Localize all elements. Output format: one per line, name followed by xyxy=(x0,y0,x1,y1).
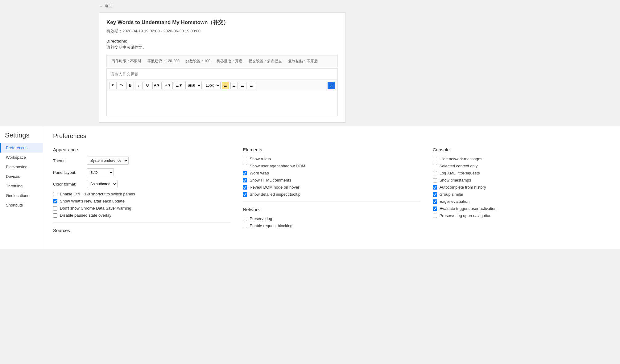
back-label: 返回 xyxy=(105,3,113,9)
checkbox-label-eager: Eager evaluation xyxy=(440,199,470,204)
back-arrow-icon: ← xyxy=(99,4,103,8)
checkbox-label-htmlcomments: Show HTML comments xyxy=(250,178,291,182)
align-left-button[interactable]: ☰ xyxy=(222,82,229,89)
color-format-select[interactable]: As authored HEX RGB HSL xyxy=(87,180,118,188)
checkbox-label-groupsimilar: Group similar xyxy=(440,192,463,197)
checkbox-label-datasaver: Don't show Chrome Data Saver warning xyxy=(60,206,131,211)
checkbox-row-rulers: Show rulers xyxy=(243,157,420,161)
sidebar-item-preferences[interactable]: Preferences xyxy=(0,143,43,153)
checkbox-paused[interactable] xyxy=(53,213,57,218)
settings-sidebar: Settings PreferencesWorkspaceBlackboxing… xyxy=(0,126,43,249)
font-color-button[interactable]: A▼ xyxy=(152,82,162,89)
checkbox-label-wordwrap: Word wrap xyxy=(250,171,269,175)
underline-button[interactable]: U xyxy=(144,82,151,89)
checkbox-groupsimilar[interactable] xyxy=(433,192,437,197)
checkbox-triggers[interactable] xyxy=(433,207,437,211)
checkbox-ctrl19[interactable] xyxy=(53,192,57,196)
meta-submit-setting: 提交设置：多次提交 xyxy=(249,59,282,64)
meta-bar: 写作时限：不限时 字数建议：120-200 分数设置：100 机器批改：开启 提… xyxy=(106,55,338,67)
checkbox-row-selectedcontext: Selected context only xyxy=(433,164,610,168)
checkbox-wordwrap[interactable] xyxy=(243,171,247,175)
checkbox-label-ctrl19: Enable Ctrl + 1-9 shortcut to switch pan… xyxy=(60,192,135,196)
appearance-section-title: Appearance xyxy=(53,147,230,152)
panel-layout-select[interactable]: auto horizontal vertical xyxy=(87,168,114,176)
settings-columns: Appearance Theme: System preference Ligh… xyxy=(53,146,610,237)
theme-row: Theme: System preference Light Dark xyxy=(53,157,230,165)
sidebar-item-blackboxing[interactable]: Blackboxing xyxy=(0,162,43,172)
italic-button[interactable]: I xyxy=(135,82,143,89)
checkbox-label-whatsnew: Show What's New after each update xyxy=(60,199,125,203)
checkbox-timestamps[interactable] xyxy=(433,178,437,182)
back-button[interactable]: ← 返回 xyxy=(99,3,620,9)
sidebar-item-throttling[interactable]: Throttling xyxy=(0,181,43,191)
checkbox-domhover[interactable] xyxy=(243,185,247,190)
fullscreen-button[interactable]: ⛶ xyxy=(328,82,335,89)
checkbox-row-autocomplete: Autocomplete from history xyxy=(433,185,610,190)
checkbox-row-wordwrap: Word wrap xyxy=(243,171,420,175)
justify-button[interactable]: ☰ xyxy=(248,82,255,89)
devtools-settings-panel: Settings PreferencesWorkspaceBlackboxing… xyxy=(0,126,620,249)
checkbox-whatsnew[interactable] xyxy=(53,199,57,203)
sidebar-item-workspace[interactable]: Workspace xyxy=(0,153,43,162)
checkbox-row-preservelog: Preserve log xyxy=(243,216,420,221)
checkbox-preservelogNav[interactable] xyxy=(433,214,437,218)
align-button[interactable]: ⇄▼ xyxy=(163,82,173,89)
bold-button[interactable]: B xyxy=(126,82,134,89)
checkbox-shadow[interactable] xyxy=(243,164,247,168)
font-size-select[interactable]: 16px xyxy=(203,82,221,89)
undo-button[interactable]: ↶ xyxy=(109,82,117,89)
appearance-column: Appearance Theme: System preference Ligh… xyxy=(53,146,230,237)
checkbox-inspecttooltip[interactable] xyxy=(243,192,247,197)
checkbox-row-shadow: Show user agent shadow DOM xyxy=(243,164,420,168)
panel-layout-row: Panel layout: auto horizontal vertical xyxy=(53,168,230,176)
checkbox-row-enableblocking: Enable request blocking xyxy=(243,223,420,228)
assignment-title: Key Words to Understand My Hometown（补交） xyxy=(106,19,338,26)
sidebar-item-shortcuts[interactable]: Shortcuts xyxy=(0,200,43,210)
editor-body[interactable] xyxy=(107,91,337,116)
theme-select[interactable]: System preference Light Dark xyxy=(87,157,129,165)
directions-label: Directions: xyxy=(106,39,127,43)
checkbox-enableblocking[interactable] xyxy=(243,224,247,228)
sidebar-item-geolocations[interactable]: Geolocations xyxy=(0,191,43,200)
meta-copy-paste: 复制粘贴：不开启 xyxy=(288,59,318,64)
sidebar-item-devices[interactable]: Devices xyxy=(0,172,43,181)
font-family-select[interactable]: arial xyxy=(185,82,202,89)
align-center-button[interactable]: ☰ xyxy=(230,82,238,89)
checkbox-datasaver[interactable] xyxy=(53,206,57,211)
checkbox-preservelog[interactable] xyxy=(243,217,247,221)
checkbox-row-datasaver: Don't show Chrome Data Saver warning xyxy=(53,206,230,211)
meta-score: 分数设置：100 xyxy=(186,59,210,64)
editor-title-input[interactable] xyxy=(107,69,337,80)
checkbox-label-timestamps: Show timestamps xyxy=(440,178,471,182)
sources-section-title: Sources xyxy=(53,228,230,233)
checkbox-htmlcomments[interactable] xyxy=(243,178,247,182)
meta-machine-review: 机器批改：开启 xyxy=(217,59,242,64)
redo-button[interactable]: ↷ xyxy=(118,82,125,89)
checkbox-row-hidenetwork: Hide network messages xyxy=(433,157,610,161)
elements-section-title: Elements xyxy=(243,147,420,152)
checkbox-row-preservelogNav: Preserve log upon navigation xyxy=(433,213,610,218)
checkbox-row-logxml: Log XMLHttpRequests xyxy=(433,171,610,175)
align-right-button[interactable]: ☰ xyxy=(239,82,246,89)
checkbox-label-rulers: Show rulers xyxy=(250,157,271,161)
checkbox-logxml[interactable] xyxy=(433,171,437,175)
console-section-title: Console xyxy=(433,147,610,152)
validity-text: 有效期：2020-04-19 19:02:00 - 2020-06-30 19:… xyxy=(106,28,338,34)
console-column: Console Hide network messagesSelected co… xyxy=(433,146,610,237)
checkbox-hidenetwork[interactable] xyxy=(433,157,437,161)
panel-layout-label: Panel layout: xyxy=(53,170,84,175)
directions-text: 请补交期中考试作文。 xyxy=(106,45,338,50)
theme-label: Theme: xyxy=(53,158,84,163)
network-section-title: Network xyxy=(243,207,420,212)
checkbox-label-paused: Disable paused state overlay xyxy=(60,213,111,218)
checkbox-label-logxml: Log XMLHttpRequests xyxy=(440,171,480,175)
checkbox-selectedcontext[interactable] xyxy=(433,164,437,168)
editor-toolbar: ↶ ↷ B I U A▼ ⇄▼ ☰▼ arial 16px ☰ ☰ ☰ ☰ xyxy=(107,80,337,91)
checkbox-autocomplete[interactable] xyxy=(433,185,437,190)
list-button[interactable]: ☰▼ xyxy=(174,82,184,89)
checkbox-label-selectedcontext: Selected context only xyxy=(440,164,478,168)
settings-main-title: Preferences xyxy=(53,133,610,140)
checkbox-rulers[interactable] xyxy=(243,157,247,161)
checkbox-eager[interactable] xyxy=(433,199,437,204)
settings-main: Preferences Appearance Theme: System pre… xyxy=(43,126,620,249)
